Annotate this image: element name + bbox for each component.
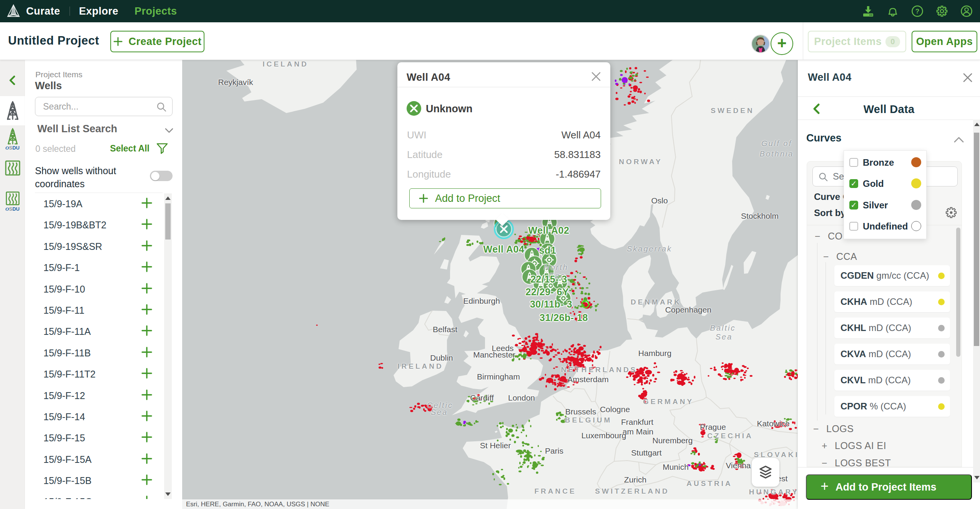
collapse-icon[interactable]: − [815, 231, 828, 242]
add-well-button[interactable] [141, 240, 153, 251]
tree-node-logs-ai-ei[interactable]: +LOGS AI EI [822, 440, 886, 451]
rail-item-osdu-well-logs[interactable]: OSDU [0, 186, 25, 216]
filter-option-silver[interactable]: ✓Silver [844, 200, 927, 213]
add-well-button[interactable] [141, 431, 153, 443]
create-project-button[interactable]: Create Project [110, 31, 204, 52]
scrollbar-thumb[interactable] [165, 203, 171, 240]
unknown-well-icon [407, 101, 421, 116]
curve-card[interactable]: CKHL mD (CCA) [834, 318, 950, 338]
sort-by-label: Sort by [814, 208, 846, 218]
map-label: ICELAND [262, 60, 308, 68]
scroll-up-arrow[interactable] [165, 196, 171, 200]
scroll-up-arrow[interactable] [974, 123, 980, 126]
open-apps-button[interactable]: Open Apps [912, 31, 977, 52]
add-to-project-button[interactable]: Add to Project [409, 188, 601, 208]
tree-node-logs[interactable]: −LOGS [813, 423, 854, 434]
wells-search-input[interactable] [43, 99, 154, 114]
add-well-button[interactable] [141, 368, 153, 379]
scroll-down-arrow[interactable] [974, 476, 980, 479]
map-label: Gulf of [761, 139, 792, 148]
add-well-button[interactable] [141, 283, 153, 294]
well-list-scrollbar[interactable] [164, 193, 172, 499]
add-well-button[interactable] [141, 474, 153, 486]
map-label: Nuremberg [652, 436, 693, 445]
close-icon[interactable] [590, 71, 602, 82]
nav-link-explore[interactable]: Explore [79, 5, 119, 17]
layers-button[interactable] [752, 458, 779, 487]
add-well-button[interactable] [141, 218, 153, 230]
chevron-up-icon[interactable] [953, 135, 965, 144]
add-well-button[interactable] [141, 389, 153, 401]
bell-icon[interactable] [886, 5, 899, 18]
rail-item-wells[interactable] [0, 96, 25, 125]
filter-icon[interactable] [156, 141, 169, 155]
map-label: AUSTRIA [686, 479, 732, 488]
add-to-project-items-button[interactable]: + Add to Project Items [806, 474, 972, 500]
curve-card[interactable]: CGDEN gm/cc (CCA) [834, 265, 950, 286]
checkbox-unchecked-icon[interactable] [849, 222, 858, 231]
osdu-wordmark: OSDU [5, 206, 20, 211]
gear-icon[interactable] [935, 5, 948, 18]
filter-option-label: Bronze [863, 157, 894, 168]
curve-card[interactable]: CKVL mD (CCA) [834, 370, 950, 391]
filter-option-bronze[interactable]: Bronze [844, 157, 927, 170]
map-label: NETHERLANDS [561, 366, 638, 374]
curves-scrollbar-thumb[interactable] [956, 228, 960, 357]
add-well-button[interactable] [141, 495, 153, 499]
checkbox-unchecked-icon[interactable] [849, 158, 858, 167]
add-well-button[interactable] [141, 410, 153, 422]
checkbox-checked-icon[interactable]: ✓ [849, 201, 858, 210]
chevron-down-icon[interactable] [164, 125, 174, 135]
filter-option-undefined[interactable]: Undefined [844, 221, 927, 234]
map-label: SWEDEN [711, 106, 754, 115]
well-name: 15/9-F-11 [43, 305, 85, 316]
add-well-button[interactable] [141, 325, 153, 336]
well-name: 15/9-F-15A [43, 454, 91, 465]
show-wells-toggle[interactable] [150, 171, 173, 181]
curve-settings-gear-icon[interactable] [945, 206, 958, 219]
scroll-down-arrow[interactable] [165, 492, 171, 496]
avatar[interactable] [751, 35, 770, 53]
account-icon[interactable] [960, 5, 973, 18]
add-well-button[interactable] [141, 197, 153, 209]
collapse-sidebar-button[interactable] [0, 69, 25, 92]
wells-search-field[interactable] [35, 97, 173, 116]
collapse-icon[interactable]: − [813, 423, 826, 434]
select-all-button[interactable]: Select All [110, 143, 149, 154]
search-icon [818, 172, 828, 182]
well-name: 15/9-F-15 [43, 432, 85, 444]
collapse-icon[interactable]: − [823, 251, 836, 262]
rail-item-osdu-wells[interactable]: OSDU [0, 125, 25, 154]
scrollbar-thumb[interactable] [974, 133, 979, 346]
close-icon[interactable] [962, 72, 973, 83]
expand-icon[interactable]: + [822, 440, 835, 451]
rail-item-well-logs[interactable] [0, 155, 25, 181]
curve-card[interactable]: CPOR % (CCA) [834, 396, 950, 417]
map-label: Hamburg [638, 349, 671, 358]
checkbox-checked-icon[interactable]: ✓ [849, 179, 858, 188]
popup-row-value: -1.486947 [556, 168, 601, 180]
tree-node-root[interactable]: −CO [815, 231, 843, 242]
download-icon[interactable] [862, 5, 875, 18]
add-well-button[interactable] [141, 261, 153, 273]
nav-link-projects[interactable]: Projects [135, 5, 177, 17]
curve-card[interactable]: CKVA mD (CCA) [834, 344, 950, 364]
filter-option-gold[interactable]: ✓Gold [844, 178, 927, 191]
well-list-search-header[interactable]: Well List Search [37, 123, 117, 135]
project-items-button[interactable]: Project Items 0 [808, 31, 906, 52]
curves-section-header[interactable]: Curves [806, 132, 842, 144]
add-well-button[interactable] [141, 453, 153, 464]
add-well-button[interactable] [141, 346, 153, 358]
add-button[interactable]: + [771, 32, 793, 55]
panel-scrollbar[interactable] [973, 120, 980, 482]
well-marker-label: 22/29- 6Y [526, 286, 569, 298]
tree-node-cca[interactable]: −CCA [823, 251, 857, 262]
help-icon[interactable]: ? [911, 5, 924, 18]
well-marker-label: 30/11b- 3 [530, 299, 572, 310]
map-label: BELGIUM [565, 416, 612, 424]
map-label: Vienna [726, 461, 751, 470]
add-well-button[interactable] [141, 304, 153, 315]
curve-quality-dot [938, 403, 945, 410]
well-list-item: 15/9-F-15A [35, 449, 163, 470]
curve-card[interactable]: CKHA mD (CCA) [834, 291, 950, 312]
